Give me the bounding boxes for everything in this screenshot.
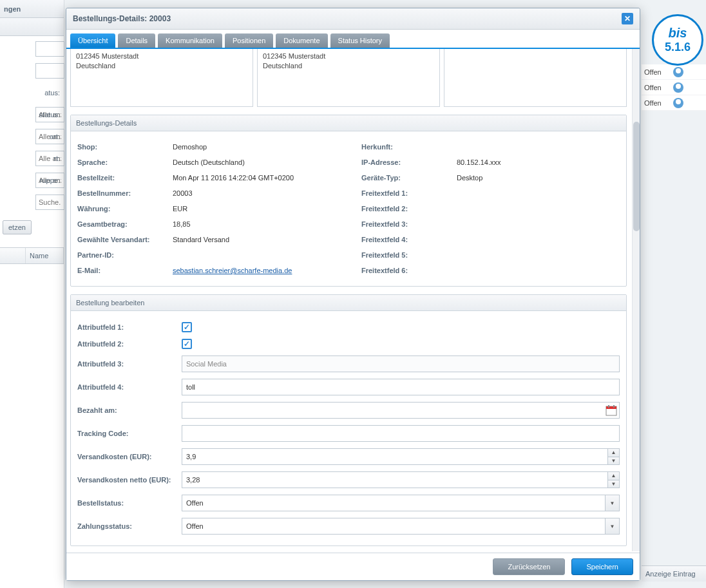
attr2-checkbox[interactable] bbox=[182, 339, 192, 349]
bg-input-2[interactable] bbox=[35, 63, 64, 79]
chevron-down-icon[interactable]: ▼ bbox=[608, 480, 619, 488]
attr3-input[interactable] bbox=[182, 356, 620, 372]
tabbar: Übersicht Details Kommunikation Position… bbox=[66, 30, 640, 49]
user-icon bbox=[673, 98, 683, 108]
tab-details[interactable]: Details bbox=[118, 33, 155, 48]
close-icon[interactable]: ✕ bbox=[622, 13, 633, 24]
bg-input-1[interactable] bbox=[35, 41, 64, 57]
order-details-modal: Bestellungs-Details: 20003 ✕ Übersicht D… bbox=[66, 8, 640, 581]
address-box-empty bbox=[444, 49, 627, 107]
tab-positions[interactable]: Positionen bbox=[225, 33, 273, 48]
tab-status-history[interactable]: Status History bbox=[330, 33, 390, 48]
bg-search-input[interactable] bbox=[35, 194, 64, 210]
svg-rect-1 bbox=[606, 406, 616, 409]
bg-left-subheader bbox=[0, 18, 64, 36]
email-link[interactable]: sebastian.schreier@scharfe-media.de bbox=[173, 267, 292, 274]
details-left-column: Shop:Demoshop Sprache:Deutsch (Deutschla… bbox=[77, 139, 336, 278]
svg-rect-3 bbox=[613, 405, 615, 408]
order-edit-panel-header: Bestellung bearbeiten bbox=[71, 295, 626, 311]
shipping-cost-net-input[interactable] bbox=[182, 471, 620, 488]
svg-rect-2 bbox=[608, 405, 609, 408]
attr1-checkbox[interactable] bbox=[182, 322, 192, 332]
tracking-code-input[interactable] bbox=[182, 425, 620, 442]
chevron-down-icon[interactable]: ▼ bbox=[608, 457, 619, 465]
background-right-list: Offen Offen Offen bbox=[642, 64, 706, 111]
user-icon bbox=[673, 82, 683, 93]
shipping-cost-input[interactable] bbox=[182, 448, 620, 465]
tab-overview[interactable]: Übersicht bbox=[70, 33, 115, 48]
bg-right-footer: Anzeige Eintrag bbox=[642, 565, 706, 582]
details-right-column: Herkunft: IP-Adresse:80.152.14.xxx Gerät… bbox=[361, 139, 620, 278]
tab-documents[interactable]: Dokumente bbox=[276, 33, 327, 48]
bg-right-row[interactable]: Offen bbox=[642, 80, 706, 95]
bg-grid-col-empty bbox=[0, 248, 26, 263]
scrollbar-thumb[interactable] bbox=[633, 122, 640, 231]
calendar-icon[interactable] bbox=[606, 404, 617, 416]
version-badge: bis 5.1.6 bbox=[652, 14, 703, 66]
bg-right-row[interactable]: Offen bbox=[642, 95, 706, 111]
chevron-down-icon[interactable]: ▼ bbox=[605, 495, 619, 511]
address-box-billing: 012345 Musterstadt Deutschland bbox=[70, 49, 253, 107]
background-filter-panel: ngen atus: status: art: rt: ruppe: etzen… bbox=[0, 0, 64, 588]
user-icon bbox=[673, 67, 683, 77]
attr4-input[interactable] bbox=[182, 379, 620, 395]
save-button[interactable]: Speichern bbox=[571, 558, 633, 575]
order-details-panel: Bestellungs-Details Shop:Demoshop Sprach… bbox=[70, 115, 627, 287]
paid-date-input[interactable] bbox=[182, 402, 620, 419]
address-box-shipping: 012345 Musterstadt Deutschland bbox=[257, 49, 440, 107]
bg-reset-button[interactable]: etzen bbox=[3, 220, 32, 234]
chevron-up-icon[interactable]: ▲ bbox=[608, 449, 619, 457]
bg-left-header: ngen bbox=[0, 0, 64, 18]
bg-right-row[interactable]: Offen bbox=[642, 64, 706, 80]
bg-grid-col-name[interactable]: Name bbox=[26, 248, 64, 263]
tab-communication[interactable]: Kommunikation bbox=[158, 33, 222, 48]
chevron-down-icon[interactable]: ▼ bbox=[605, 518, 619, 534]
chevron-up-icon[interactable]: ▲ bbox=[608, 472, 619, 480]
payment-status-select[interactable] bbox=[182, 518, 620, 535]
modal-title: Bestellungs-Details: 20003 bbox=[73, 14, 171, 23]
order-status-select[interactable] bbox=[182, 495, 620, 511]
order-edit-panel: Bestellung bearbeiten Attributfeld 1: At… bbox=[70, 294, 627, 546]
modal-scrollbar[interactable] bbox=[632, 49, 640, 551]
reset-button[interactable]: Zurücksetzen bbox=[493, 558, 565, 575]
order-details-panel-header: Bestellungs-Details bbox=[71, 115, 626, 131]
